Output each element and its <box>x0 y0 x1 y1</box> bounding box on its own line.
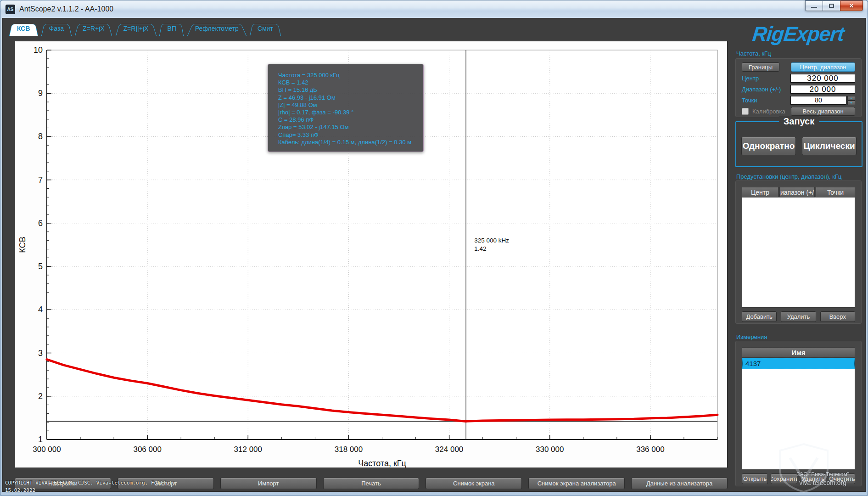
tooltip-line: Частота = 325 000 кГц <box>278 72 423 79</box>
right-panel: RigExpert Частота, кГц Границы Центр, ди… <box>734 18 863 491</box>
tab-bar: КСВ Фаза Z=R+jX Z=R||+jX ВП Рефлектометр… <box>9 21 281 36</box>
tab-ksv[interactable]: КСВ <box>9 21 38 36</box>
center-label: Центр <box>742 75 790 82</box>
svg-text:318 000: 318 000 <box>335 445 363 454</box>
maximize-button[interactable] <box>823 0 840 11</box>
tab-smith[interactable]: Смит <box>250 21 281 36</box>
app-icon: AS <box>6 5 15 14</box>
center-span-mode-button[interactable]: Центр, диапазон <box>791 62 855 72</box>
presets-table-body[interactable] <box>742 197 855 308</box>
svg-text:10: 10 <box>34 45 43 55</box>
preset-up-button[interactable]: Вверх <box>820 311 855 322</box>
rigexpert-logo: RigExpert <box>733 21 863 47</box>
svg-text:3: 3 <box>38 349 43 358</box>
watermark-org: ЗАО "Вива-Телеком" <box>796 471 849 478</box>
calibration-checkbox[interactable] <box>742 108 749 115</box>
minimize-button[interactable] <box>805 0 823 11</box>
frequency-section-label: Частота, кГц <box>736 50 771 57</box>
calibration-label: Калибровка <box>752 108 791 115</box>
full-range-button[interactable]: Весь диапазон <box>791 107 855 116</box>
bounds-mode-button[interactable]: Границы <box>742 62 779 72</box>
span-label: Диапазон (+/-) <box>742 86 790 93</box>
measurement-row-selected[interactable]: 4137 <box>742 358 855 369</box>
svg-text:330 000: 330 000 <box>536 445 564 454</box>
import-button[interactable]: Импорт <box>220 478 317 489</box>
tooltip-line: |rho| = 0.17, фаза = -90.39 ° <box>278 109 423 116</box>
app-window: AS AntScope2 v.1.1.2 - AA-1000 ✕ КСВ Фаз… <box>0 0 868 496</box>
svg-text:8: 8 <box>38 132 43 141</box>
analyzer-screenshot-button[interactable]: Снимок экрана анализатора <box>528 478 625 489</box>
swr-chart[interactable]: 300 000306 000312 000318 000324 000330 0… <box>15 41 728 468</box>
tooltip-line: КСВ = 1.42 <box>278 79 423 86</box>
presets-table-header: Центр Диапазон (+/-) Точки <box>742 187 855 197</box>
points-stepper[interactable]: ▲ ▼ <box>847 96 855 105</box>
svg-text:6: 6 <box>38 219 43 228</box>
presets-section-label: Предустановки (центр, диапазон), кГц <box>736 173 841 180</box>
svg-text:5: 5 <box>38 262 43 271</box>
measurements-section-label: Измерения <box>736 333 767 340</box>
svg-text:300 000: 300 000 <box>33 445 61 454</box>
frequency-groupbox: Границы Центр, диапазон Центр 320 000 Ди… <box>735 58 862 117</box>
tab-z-series[interactable]: Z=R+jX <box>75 21 112 36</box>
svg-text:9: 9 <box>38 89 43 98</box>
measurements-table-header: Имя <box>742 347 855 358</box>
svg-text:2: 2 <box>38 392 43 401</box>
main-content: КСВ Фаза Z=R+jX Z=R||+jX ВП Рефлектометр… <box>2 18 866 492</box>
presets-header-points[interactable]: Точки <box>816 187 855 197</box>
svg-text:325 000 kHz: 325 000 kHz <box>474 237 509 244</box>
spin-up-icon[interactable]: ▲ <box>847 96 855 101</box>
run-groupbox: Запуск Однократно Циклически <box>735 121 862 167</box>
points-label: Точки <box>742 97 790 104</box>
svg-text:312 000: 312 000 <box>234 445 262 454</box>
svg-text:1.42: 1.42 <box>474 245 486 252</box>
svg-text:Частота, кГц: Частота, кГц <box>358 459 406 468</box>
center-input[interactable]: 320 000 <box>790 74 855 83</box>
watermark-copyright: COPYRIGHT VIVA-TELECOM, CJSC. Viva-telec… <box>5 480 175 486</box>
watermark-site: viva-telecom.org <box>799 479 846 486</box>
tooltip-line: Спар= 3.33 пФ <box>278 131 423 139</box>
tab-faza[interactable]: Фаза <box>41 21 72 36</box>
tooltip-line: Кабель: длина(1/4) = 0.15 м, длина(1/2) … <box>278 139 423 146</box>
presets-groupbox: Центр Диапазон (+/-) Точки Добавить Удал… <box>735 180 862 324</box>
tab-vp[interactable]: ВП <box>159 21 184 36</box>
tooltip-line: Zпар = 53.02 - j147.15 Ом <box>278 124 423 131</box>
tab-z-parallel[interactable]: Z=R||+jX <box>116 21 157 36</box>
run-cyclic-button[interactable]: Циклически <box>802 137 857 155</box>
tab-reflectometer[interactable]: Рефлектометр <box>187 21 246 36</box>
preset-add-button[interactable]: Добавить <box>742 311 777 322</box>
window-controls: ✕ <box>805 0 863 11</box>
span-input[interactable]: 20 000 <box>790 85 855 94</box>
svg-text:324 000: 324 000 <box>435 445 463 454</box>
svg-text:1: 1 <box>38 435 43 444</box>
measurement-tooltip: Частота = 325 000 кГц КСВ = 1.42 ВП = 15… <box>268 64 424 152</box>
svg-text:336 000: 336 000 <box>636 445 664 454</box>
measurement-open-button[interactable]: Открыть <box>742 473 768 484</box>
app-icon-text: AS <box>7 7 14 12</box>
run-once-button[interactable]: Однократно <box>741 137 796 155</box>
svg-text:7: 7 <box>38 175 43 185</box>
presets-header-center[interactable]: Центр <box>742 187 778 197</box>
spin-down-icon[interactable]: ▼ <box>847 101 855 105</box>
window-title: AntScope2 v.1.1.2 - AA-1000 <box>19 5 113 13</box>
tooltip-line: Z = 46.93 - j16.91 Ом <box>278 94 423 101</box>
analyzer-data-button[interactable]: Данные из анализатора <box>631 478 728 489</box>
tooltip-line: ВП = 15.16 дБ <box>278 86 423 94</box>
print-button[interactable]: Печать <box>323 478 420 489</box>
measurements-header-name[interactable]: Имя <box>742 347 855 358</box>
tooltip-line: C = 28.96 пФ <box>278 116 423 124</box>
points-input[interactable]: 80 <box>790 96 846 105</box>
presets-header-span[interactable]: Диапазон (+/-) <box>779 187 815 197</box>
watermark-date: 15.02.2022 <box>5 487 35 493</box>
minimize-icon <box>811 7 817 8</box>
svg-text:4: 4 <box>38 305 43 314</box>
screenshot-button[interactable]: Снимок экрана <box>426 478 522 489</box>
maximize-icon <box>829 4 834 8</box>
title-bar: AS AntScope2 v.1.1.2 - AA-1000 ✕ <box>0 0 868 18</box>
close-icon: ✕ <box>849 2 854 9</box>
run-title: Запуск <box>779 116 819 127</box>
close-button[interactable]: ✕ <box>840 0 863 11</box>
preset-delete-button[interactable]: Удалить <box>781 311 816 322</box>
svg-text:306 000: 306 000 <box>133 445 161 454</box>
svg-text:КСВ: КСВ <box>18 237 27 253</box>
tooltip-line: |Z| = 49.88 Ом <box>278 101 423 109</box>
